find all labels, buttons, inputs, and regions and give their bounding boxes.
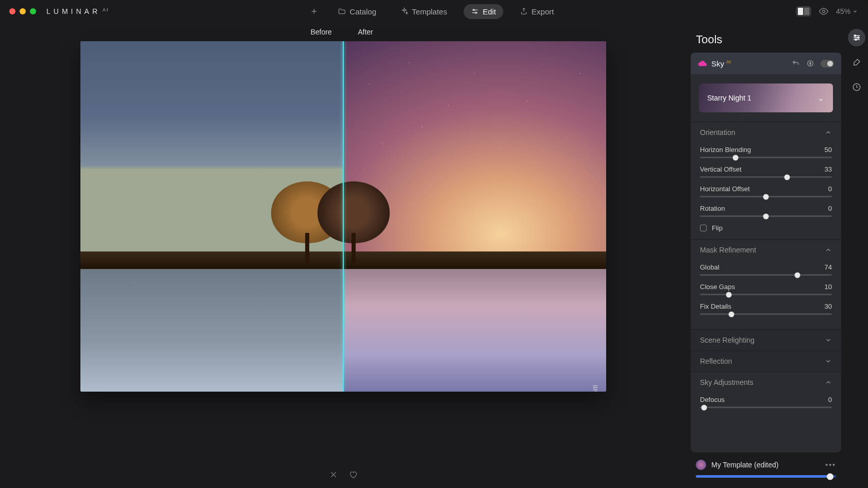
defocus-slider[interactable]: Defocus0 — [700, 396, 832, 408]
preview-original-button[interactable] — [819, 6, 829, 16]
nav-edit-label: Edit — [482, 7, 496, 16]
nav-templates-label: Templates — [412, 7, 447, 16]
global-mask-slider[interactable]: Global74 — [700, 263, 832, 276]
chevron-down-icon — [825, 336, 832, 344]
title-bar: LUMINARAI Catalog Templates Edit Export — [0, 0, 868, 23]
sliders-icon — [471, 7, 479, 15]
template-bar: My Template (edited) ••• — [687, 452, 845, 488]
orientation-section-header[interactable]: Orientation — [691, 122, 841, 143]
reflection-section-header[interactable]: Reflection — [691, 351, 841, 372]
tools-panel: Tools Sky AI Starry Night 1 — [687, 23, 845, 488]
tool-strip — [845, 23, 868, 488]
adjustments-tab[interactable] — [848, 29, 865, 46]
window-controls — [9, 8, 36, 14]
chevron-down-icon — [825, 358, 832, 365]
brush-tab[interactable] — [848, 54, 865, 71]
template-amount-slider[interactable] — [696, 475, 836, 478]
app-brand: LUMINARAI — [46, 7, 109, 15]
sky-tool-title: Sky AI — [711, 59, 731, 68]
after-label: After — [345, 28, 386, 36]
favorite-button[interactable] — [349, 470, 357, 479]
minimize-window-button[interactable] — [20, 8, 26, 14]
nav-templates[interactable]: Templates — [393, 4, 454, 19]
nav-export[interactable]: Export — [512, 4, 561, 19]
svg-point-13 — [855, 35, 856, 37]
maximize-window-button[interactable] — [30, 8, 36, 14]
nav-catalog-label: Catalog — [349, 7, 376, 16]
template-more-button[interactable]: ••• — [825, 461, 836, 469]
zoom-value: 45% — [836, 7, 850, 15]
undo-tool-button[interactable] — [792, 59, 800, 68]
main-nav: Catalog Templates Edit Export — [307, 4, 561, 19]
svg-point-5 — [475, 12, 477, 13]
sky-tool-header[interactable]: Sky AI — [691, 53, 841, 74]
chevron-down-icon — [853, 9, 858, 14]
reject-button[interactable] — [329, 470, 338, 479]
template-thumbnail — [696, 460, 706, 470]
before-label: Before — [301, 28, 342, 36]
fix-details-slider[interactable]: Fix Details30 — [700, 302, 832, 315]
sky-preset-selector[interactable]: Starry Night 1 ⌄ — [699, 83, 833, 112]
vertical-offset-slider[interactable]: Vertical Offset33 — [700, 165, 832, 178]
nav-edit[interactable]: Edit — [463, 4, 503, 19]
cloud-icon — [698, 59, 707, 68]
template-name: My Template (edited) — [711, 461, 778, 469]
svg-point-14 — [858, 37, 859, 39]
chevron-up-icon — [825, 246, 832, 254]
sky-preset-label: Starry Night 1 — [707, 94, 752, 102]
mask-button[interactable] — [806, 59, 814, 68]
rotation-slider[interactable]: Rotation0 — [700, 205, 832, 217]
close-gaps-slider[interactable]: Close Gaps10 — [700, 283, 832, 295]
horizon-blending-slider[interactable]: Horizon Blending50 — [700, 146, 832, 158]
nav-export-label: Export — [531, 7, 554, 16]
chevron-up-icon — [825, 379, 832, 386]
svg-point-15 — [855, 39, 857, 40]
scene-relighting-section-header[interactable]: Scene Relighting — [691, 330, 841, 350]
tool-enable-toggle[interactable] — [821, 60, 834, 68]
folder-icon — [338, 7, 346, 15]
sky-adjustments-section-header[interactable]: Sky Adjustments — [691, 372, 841, 393]
export-icon — [520, 7, 528, 15]
close-window-button[interactable] — [9, 8, 15, 14]
tools-panel-title: Tools — [687, 29, 845, 53]
chevron-up-icon — [825, 129, 832, 136]
chevron-down-icon: ⌄ — [817, 92, 825, 104]
horizontal-offset-slider[interactable]: Horizontal Offset0 — [700, 185, 832, 197]
compare-view-toggle[interactable] — [796, 6, 811, 16]
compare-divider-handle[interactable] — [343, 41, 344, 392]
flip-label: Flip — [712, 224, 723, 232]
mask-refinement-section-header[interactable]: Mask Refinement — [691, 240, 841, 260]
svg-point-4 — [473, 9, 475, 11]
image-compare-viewport[interactable]: © Besmirhamiti — [80, 41, 606, 392]
zoom-select[interactable]: 45% — [836, 7, 858, 15]
image-credit: © Besmirhamiti — [592, 384, 599, 392]
svg-point-6 — [822, 10, 825, 13]
canvas-area: Before After © Besm — [0, 23, 687, 488]
nav-catalog[interactable]: Catalog — [330, 4, 383, 19]
before-image — [80, 41, 343, 392]
history-tab[interactable] — [848, 78, 865, 96]
after-image — [343, 41, 606, 392]
add-button[interactable] — [307, 7, 321, 15]
flip-checkbox[interactable] — [700, 225, 707, 231]
sparkle-icon — [400, 7, 408, 15]
